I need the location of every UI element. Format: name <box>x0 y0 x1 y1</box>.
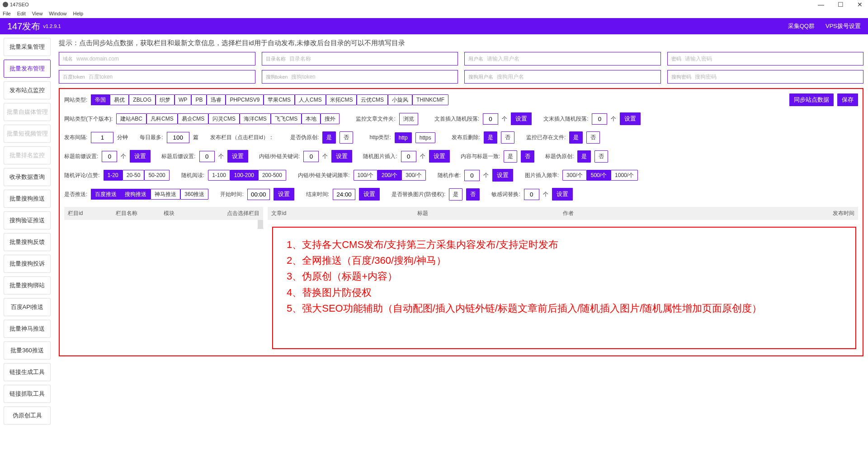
option-tag[interactable]: 易企CMS <box>178 113 209 124</box>
match-no[interactable]: 否 <box>521 150 534 163</box>
menu-edit[interactable]: Edit <box>17 11 26 16</box>
sidebar-item[interactable]: 批量搜狗推送 <box>4 190 51 208</box>
title-orig-yes[interactable]: 是 <box>577 150 591 163</box>
option-tag[interactable]: 搜外 <box>321 113 340 124</box>
header-link[interactable]: 采集QQ群 <box>788 22 815 30</box>
replace-yes[interactable]: 是 <box>449 188 462 201</box>
menu-file[interactable]: File <box>3 11 11 16</box>
header-link[interactable]: VPS拨号设置 <box>826 22 861 30</box>
orig-yes[interactable]: 是 <box>322 131 336 144</box>
menu-window[interactable]: Window <box>49 11 66 16</box>
delete-yes[interactable]: 是 <box>484 131 497 144</box>
keyword-set[interactable]: 设置 <box>331 150 352 163</box>
post-paragraph-input[interactable] <box>592 113 607 125</box>
exist-no[interactable]: 否 <box>586 131 600 144</box>
sidebar-item[interactable]: 批量搜狗绑站 <box>4 276 51 294</box>
text-input[interactable] <box>291 74 454 80</box>
option-tag[interactable]: 神马推送 <box>151 189 180 200</box>
title-prefix-input[interactable] <box>102 151 117 162</box>
option-tag[interactable]: 海洋CMS <box>240 113 271 124</box>
sidebar-item[interactable]: 发布站点监控 <box>4 81 51 99</box>
sync-button[interactable]: 同步站点数据 <box>789 93 834 106</box>
sensitive-input[interactable] <box>524 189 539 200</box>
sidebar-item[interactable]: 链接抓取工具 <box>4 385 51 403</box>
option-tag[interactable]: WP <box>175 94 191 105</box>
sidebar-item[interactable]: 链接生成工具 <box>4 363 51 381</box>
option-tag[interactable]: 苹果CMS <box>264 94 295 105</box>
option-tag[interactable]: 200-500 <box>258 170 286 181</box>
option-tag[interactable]: 帝国 <box>91 94 110 105</box>
author-set[interactable]: 设置 <box>492 169 513 182</box>
sidebar-item[interactable]: 伪原创工具 <box>4 406 51 425</box>
option-tag[interactable]: 100/个 <box>354 170 377 181</box>
menu-help[interactable]: Help <box>73 11 83 16</box>
option-tag[interactable]: 建站ABC <box>116 113 146 124</box>
option-tag[interactable]: 凡科CMS <box>146 113 178 124</box>
minimize-button[interactable]: — <box>815 1 827 8</box>
option-tag[interactable]: 织梦 <box>156 94 175 105</box>
https-option[interactable]: https <box>415 132 435 143</box>
title-suffix-input[interactable] <box>199 151 215 162</box>
option-tag[interactable]: 1-100 <box>208 170 230 181</box>
option-tag[interactable]: 300/个 <box>562 170 586 181</box>
text-input[interactable] <box>289 56 454 62</box>
text-input[interactable] <box>89 74 251 80</box>
sidebar-item[interactable]: 批量搜狗投诉 <box>4 255 51 273</box>
option-tag[interactable]: 200/个 <box>377 170 401 181</box>
option-tag[interactable]: PB <box>191 94 207 105</box>
option-tag[interactable]: 20-50 <box>123 170 145 181</box>
option-tag[interactable]: 迅睿 <box>207 94 226 105</box>
option-tag[interactable]: 500/个 <box>587 170 611 181</box>
match-yes[interactable]: 是 <box>504 150 517 163</box>
option-tag[interactable]: 小旋风 <box>388 94 412 105</box>
option-tag[interactable]: THINKCMF <box>412 94 448 105</box>
browse-button[interactable]: 浏览 <box>399 113 418 125</box>
author-input[interactable] <box>464 170 480 181</box>
sidebar-item[interactable]: 批量采集管理 <box>4 38 51 56</box>
title-orig-no[interactable]: 否 <box>594 150 608 163</box>
option-tag[interactable]: 本地 <box>302 113 321 124</box>
exist-yes[interactable]: 是 <box>569 131 583 144</box>
start-time-input[interactable] <box>247 189 270 200</box>
scrollbar[interactable] <box>258 220 263 229</box>
post-paragraph-set[interactable]: 设置 <box>620 112 641 125</box>
option-tag[interactable]: PHPCMSV9 <box>226 94 264 105</box>
option-tag[interactable]: 100-200 <box>230 170 258 181</box>
title-prefix-set[interactable]: 设置 <box>130 150 151 163</box>
orig-no[interactable]: 否 <box>340 131 353 144</box>
pre-paragraph-input[interactable] <box>483 113 498 125</box>
keyword-input[interactable] <box>303 151 319 162</box>
http-option[interactable]: http <box>395 132 412 143</box>
option-tag[interactable]: 米拓CMS <box>326 94 357 105</box>
end-time-input[interactable] <box>333 189 355 200</box>
option-tag[interactable]: 搜狗推送 <box>121 189 151 200</box>
option-tag[interactable]: 百度推送 <box>91 189 121 200</box>
maximize-button[interactable]: ☐ <box>835 1 846 8</box>
replace-no[interactable]: 否 <box>466 188 480 201</box>
text-input[interactable] <box>76 56 251 62</box>
option-tag[interactable]: ZBLOG <box>129 94 156 105</box>
sidebar-item[interactable]: 批量搜狗反馈 <box>4 233 51 251</box>
random-image-input[interactable] <box>401 151 416 162</box>
sidebar-item[interactable]: 百度API推送 <box>4 298 51 316</box>
sensitive-set[interactable]: 设置 <box>552 188 573 201</box>
option-tag[interactable]: 闪灵CMS <box>208 113 240 124</box>
option-tag[interactable]: 飞飞CMS <box>271 113 302 124</box>
sidebar-item[interactable]: 搜狗验证推送 <box>4 211 51 229</box>
text-input[interactable] <box>685 56 860 62</box>
save-button[interactable]: 保存 <box>837 93 858 106</box>
start-time-set[interactable]: 设置 <box>274 188 294 201</box>
random-image-set[interactable]: 设置 <box>429 150 450 163</box>
option-tag[interactable]: 1-20 <box>104 170 123 181</box>
option-tag[interactable]: 人人CMS <box>295 94 326 105</box>
option-tag[interactable]: 云优CMS <box>357 94 388 105</box>
text-input[interactable] <box>497 74 657 80</box>
end-time-set[interactable]: 设置 <box>359 188 380 201</box>
menu-view[interactable]: View <box>32 11 43 16</box>
option-tag[interactable]: 360推送 <box>180 189 208 200</box>
option-tag[interactable]: 300/个 <box>401 170 425 181</box>
option-tag[interactable]: 50-200 <box>144 170 169 181</box>
option-tag[interactable]: 1000/个 <box>611 170 638 181</box>
daily-input[interactable] <box>167 132 189 143</box>
pre-paragraph-set[interactable]: 设置 <box>511 112 532 125</box>
